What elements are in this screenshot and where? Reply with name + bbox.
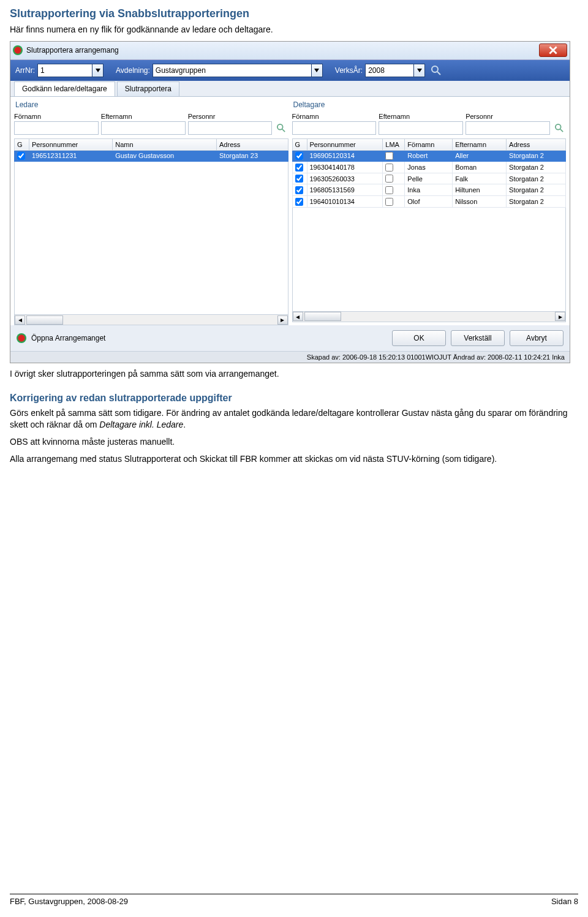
col-namn[interactable]: Namn: [113, 138, 217, 150]
window-title: Slutrapportera arrangemang: [26, 46, 539, 55]
scroll-thumb[interactable]: [304, 312, 341, 321]
tab-godkann[interactable]: Godkänn ledare/deltagare: [14, 81, 115, 96]
paragraph-3: Alla arrangemang med status Slutrapporte…: [10, 453, 578, 466]
ledare-efternamn-input[interactable]: [101, 121, 186, 135]
table-row[interactable]: 196304140178JonasBomanStorgatan 2: [292, 162, 566, 173]
cell-adress: Storgatan 2: [507, 150, 566, 162]
app-window: Slutrapportera arrangemang ArrNr: 1 Avde…: [10, 41, 570, 364]
scroll-left[interactable]: ◂: [15, 315, 25, 325]
deltagare-personnr-label: Personnr: [466, 111, 550, 121]
verksar-select[interactable]: 2008: [365, 64, 414, 77]
scroll-right[interactable]: ▸: [277, 315, 288, 325]
cell-adress: Storgatan 2: [507, 184, 566, 196]
table-row[interactable]: 196905120314RobertAllerStorgatan 2: [292, 150, 566, 162]
scroll-left[interactable]: ◂: [293, 312, 303, 321]
ledare-scrollbar[interactable]: ◂ ▸: [14, 315, 288, 325]
avdelning-dropdown[interactable]: [312, 64, 323, 77]
col-adress[interactable]: Adress: [507, 138, 566, 150]
cell-personnummer: 196805131569: [307, 184, 383, 196]
lma-checkbox[interactable]: [385, 186, 393, 194]
open-arrangement-link[interactable]: Öppna Arrangemanget: [31, 334, 387, 342]
col-g[interactable]: G: [15, 138, 29, 150]
chevron-down-icon: [314, 69, 319, 72]
g-checkbox[interactable]: [295, 152, 303, 160]
ok-button[interactable]: OK: [392, 330, 446, 346]
p1-italic: Deltagare inkl. Ledare: [99, 420, 183, 429]
cell-efternamn: Nilsson: [453, 195, 507, 207]
arrnr-dropdown[interactable]: [92, 64, 104, 77]
deltagare-scrollbar[interactable]: ◂ ▸: [292, 312, 567, 322]
col-fornamn[interactable]: Förnamn: [405, 138, 453, 150]
table-row[interactable]: 196305260033PelleFalkStorgatan 2: [292, 173, 566, 184]
heading-1: Slutrapportering via Snabbslutrapporteri…: [10, 7, 578, 20]
cell-fornamn: Pelle: [405, 173, 453, 184]
col-personnummer[interactable]: Personnummer: [307, 138, 383, 150]
col-adress[interactable]: Adress: [217, 138, 288, 150]
verksar-label: VerksÅr:: [335, 66, 363, 75]
paragraph-2: OBS att kvinnorna måste justeras manuell…: [10, 436, 578, 448]
avbryt-button[interactable]: Avbryt: [510, 330, 564, 346]
col-lma[interactable]: LMA: [383, 138, 405, 150]
svg-line-5: [560, 129, 563, 131]
g-checkbox[interactable]: [295, 186, 303, 194]
cell-personnummer: 196304140178: [307, 162, 383, 173]
deltagare-title: Deltagare: [292, 99, 567, 111]
lma-checkbox[interactable]: [385, 198, 393, 206]
titlebar: Slutrapportera arrangemang: [10, 42, 570, 60]
g-checkbox[interactable]: [295, 164, 303, 172]
cell-adress: Storgatan 23: [217, 150, 288, 162]
g-checkbox[interactable]: [17, 152, 25, 160]
cell-personnummer: 196512311231: [29, 150, 113, 162]
deltagare-fornamn-input[interactable]: [292, 121, 377, 135]
footer-right: Sidan 8: [551, 897, 578, 906]
cell-adress: Storgatan 2: [507, 162, 566, 173]
app-icon: [13, 45, 23, 55]
app-icon: [17, 333, 26, 343]
avdelning-select[interactable]: Gustavgruppen: [153, 64, 312, 77]
table-row[interactable]: 196805131569InkaHiltunenStorgatan 2: [292, 184, 566, 196]
footer-left: FBF, Gustavgruppen, 2008-08-29: [10, 897, 128, 906]
cell-efternamn: Hiltunen: [453, 184, 507, 196]
toolbar-search-button[interactable]: [430, 64, 442, 77]
arrnr-input[interactable]: 1: [37, 64, 92, 77]
table-row[interactable]: 196401010134OlofNilssonStorgatan 2: [292, 195, 566, 207]
g-checkbox[interactable]: [295, 198, 303, 206]
ledare-personnr-input[interactable]: [188, 121, 273, 135]
cell-personnummer: 196905120314: [307, 150, 383, 162]
svg-line-3: [282, 129, 285, 131]
close-button[interactable]: [539, 43, 567, 57]
p1-part-a: Görs enkelt på samma sätt som tidigare. …: [10, 408, 568, 430]
cell-fornamn: Inka: [405, 184, 453, 196]
cell-personnummer: 196305260033: [307, 173, 383, 184]
search-icon: [555, 124, 564, 132]
g-checkbox[interactable]: [295, 175, 303, 183]
bottom-bar: Öppna Arrangemanget OK Verkställ Avbryt: [10, 325, 570, 351]
lma-checkbox[interactable]: [385, 175, 393, 183]
deltagare-efternamn-input[interactable]: [379, 121, 463, 135]
col-efternamn[interactable]: Efternamn: [453, 138, 507, 150]
chevron-down-icon: [417, 69, 422, 72]
ledare-search-button[interactable]: [274, 121, 288, 135]
verkstall-button[interactable]: Verkställ: [451, 330, 505, 346]
ledare-grid[interactable]: G Personnummer Namn Adress 196512311231 …: [14, 138, 288, 162]
table-row[interactable]: 196512311231 Gustav Gustavsson Storgatan…: [15, 150, 288, 162]
intro-text: Här finns numera en ny flik för godkänna…: [10, 24, 578, 36]
scroll-right[interactable]: ▸: [555, 312, 565, 321]
cell-fornamn: Jonas: [405, 162, 453, 173]
scroll-thumb[interactable]: [26, 315, 63, 325]
ledare-fornamn-input[interactable]: [14, 121, 99, 135]
verksar-dropdown[interactable]: [414, 64, 425, 77]
tab-strip: Godkänn ledare/deltagare Slutrapportera: [10, 81, 570, 97]
deltagare-personnr-input[interactable]: [466, 121, 550, 135]
lma-checkbox[interactable]: [385, 164, 393, 172]
deltagare-grid[interactable]: G Personnummer LMA Förnamn Efternamn Adr…: [292, 138, 567, 208]
deltagare-search-button[interactable]: [552, 121, 566, 135]
lma-checkbox[interactable]: [385, 152, 393, 160]
paragraph-1: Görs enkelt på samma sätt som tidigare. …: [10, 407, 578, 431]
tab-slutrapportera[interactable]: Slutrapportera: [117, 81, 179, 96]
col-g[interactable]: G: [292, 138, 307, 150]
col-personnummer[interactable]: Personnummer: [29, 138, 113, 150]
ledare-personnr-label: Personnr: [188, 111, 273, 121]
svg-point-2: [277, 124, 283, 129]
page-footer: FBF, Gustavgruppen, 2008-08-29 Sidan 8: [10, 894, 578, 906]
